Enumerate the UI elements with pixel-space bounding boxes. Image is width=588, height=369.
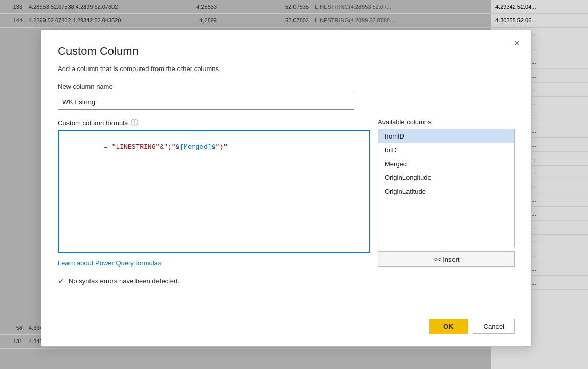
dialog-subtitle: Add a column that is computed from the o…	[58, 65, 515, 73]
formula-amp3: &	[212, 143, 216, 151]
column-item-toid[interactable]: toID	[378, 143, 514, 157]
formula-amp1: &	[160, 143, 164, 151]
column-item-merged[interactable]: Merged	[378, 157, 514, 171]
column-name-input[interactable]	[58, 94, 354, 110]
formula-paren-close-str: ")"	[216, 143, 228, 151]
column-item-originlatitude[interactable]: OriginLatitude	[378, 184, 514, 198]
formula-display[interactable]: = "LINESTRING"&"("&[Merged]&")"	[62, 133, 366, 160]
column-item-originlongitude[interactable]: OriginLongitude	[378, 171, 514, 184]
formula-section: Custom column formula ⓘ = "LINESTRING"&"…	[58, 118, 515, 267]
dialog-title: Custom Column	[58, 44, 515, 58]
cancel-button[interactable]: Cancel	[473, 319, 515, 334]
formula-paren-open-str: "("	[164, 143, 175, 151]
custom-column-dialog: × Custom Column Add a column that is com…	[41, 30, 532, 347]
formula-label: Custom column formula ⓘ	[58, 118, 370, 127]
learn-link[interactable]: Learn about Power Query formulas	[58, 259, 370, 267]
formula-merged-ref: [Merged]	[179, 143, 211, 151]
column-name-label: New column name	[58, 83, 515, 90]
available-columns-panel: Available columns fromID toID Merged Ori…	[378, 118, 515, 267]
insert-button[interactable]: << Insert	[378, 251, 515, 267]
formula-input-wrapper[interactable]: = "LINESTRING"&"("&[Merged]&")"	[58, 130, 370, 253]
check-icon: ✓	[58, 276, 64, 286]
available-columns-label: Available columns	[378, 118, 515, 126]
columns-list[interactable]: fromID toID Merged OriginLongitude Origi…	[378, 129, 515, 247]
status-bar: ✓ No syntax errors have been detected.	[58, 276, 515, 286]
dialog-footer: OK Cancel	[429, 319, 515, 334]
column-item-fromid[interactable]: fromID	[378, 129, 514, 143]
formula-help-icon[interactable]: ⓘ	[131, 118, 138, 127]
formula-editor-container: Custom column formula ⓘ = "LINESTRING"&"…	[58, 118, 370, 267]
close-button[interactable]: ×	[511, 37, 523, 50]
formula-equals: =	[104, 143, 112, 151]
ok-button[interactable]: OK	[429, 319, 468, 334]
formula-linestring-str: "LINESTRING"	[112, 143, 160, 151]
status-text: No syntax errors have been detected.	[69, 277, 179, 285]
